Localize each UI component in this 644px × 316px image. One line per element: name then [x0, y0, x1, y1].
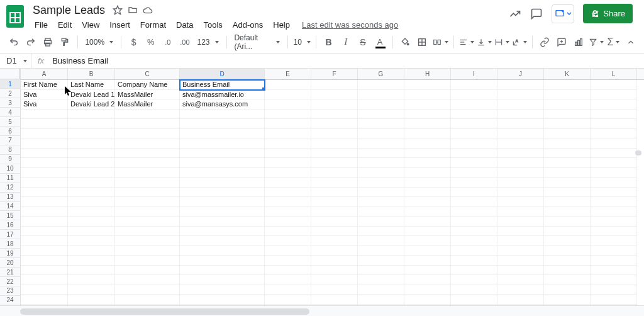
select-all-corner[interactable] [0, 69, 20, 79]
cell-F9[interactable] [311, 158, 358, 168]
col-header-A[interactable]: A [21, 69, 68, 79]
col-header-I[interactable]: I [451, 69, 497, 79]
cell-F16[interactable] [311, 227, 358, 237]
cell-J5[interactable] [497, 119, 544, 129]
cell-C22[interactable] [115, 285, 180, 295]
cell-G2[interactable] [358, 90, 404, 100]
cell-H11[interactable] [404, 178, 451, 188]
col-header-H[interactable]: H [404, 69, 451, 79]
cell-A11[interactable] [21, 178, 68, 188]
cell-L17[interactable] [591, 236, 637, 246]
col-header-F[interactable]: F [311, 69, 358, 79]
cell-L9[interactable] [591, 158, 637, 168]
menu-tools[interactable]: Tools [199, 19, 226, 31]
text-color-icon[interactable]: A [372, 34, 387, 50]
cell-D5[interactable] [180, 119, 265, 129]
cell-A23[interactable] [21, 295, 68, 305]
menu-insert[interactable]: Insert [105, 19, 135, 31]
cell-F12[interactable] [311, 188, 358, 198]
cell-H13[interactable] [404, 197, 451, 207]
cell-I12[interactable] [451, 188, 497, 198]
cell-G17[interactable] [358, 236, 404, 246]
sheets-logo-icon[interactable] [6, 5, 24, 28]
decrease-decimal-icon[interactable]: .0 [160, 34, 175, 50]
cell-D7[interactable] [180, 138, 265, 149]
cell-E21[interactable] [265, 275, 311, 285]
cell-K23[interactable] [544, 295, 591, 305]
cell-L7[interactable] [591, 138, 637, 149]
cell-H16[interactable] [404, 227, 451, 237]
cell-D17[interactable] [180, 236, 265, 246]
cell-F14[interactable] [311, 207, 358, 217]
cell-L22[interactable] [591, 285, 637, 295]
share-button[interactable]: Share [583, 4, 633, 23]
cell-D12[interactable] [180, 188, 265, 198]
row-header-18[interactable]: 18 [0, 239, 20, 249]
cell-H19[interactable] [404, 256, 451, 266]
cell-F3[interactable] [311, 99, 358, 110]
cell-I7[interactable] [451, 138, 497, 149]
cell-J13[interactable] [497, 197, 544, 207]
cell-G14[interactable] [358, 207, 404, 217]
cell-F20[interactable] [311, 266, 358, 276]
italic-icon[interactable]: I [338, 34, 353, 50]
cell-J12[interactable] [497, 188, 544, 198]
cell-B4[interactable] [68, 110, 115, 120]
filter-icon[interactable] [589, 34, 604, 50]
cell-L11[interactable] [591, 178, 637, 188]
menu-help[interactable]: Help [269, 19, 294, 31]
cell-K20[interactable] [544, 266, 591, 276]
cell-C12[interactable] [115, 188, 180, 198]
cell-B17[interactable] [68, 236, 115, 246]
cell-E6[interactable] [265, 129, 311, 139]
cell-D23[interactable] [180, 295, 265, 305]
cell-L18[interactable] [591, 246, 637, 256]
row-header-23[interactable]: 23 [0, 286, 20, 296]
cell-C7[interactable] [115, 138, 180, 149]
cell-C15[interactable] [115, 217, 180, 227]
cell-H21[interactable] [404, 275, 451, 285]
cell-D16[interactable] [180, 227, 265, 237]
cell-A10[interactable] [21, 168, 68, 178]
cell-E20[interactable] [265, 266, 311, 276]
cell-A1[interactable]: First Name [21, 80, 68, 90]
cell-B3[interactable]: Devaki Lead 2 [68, 99, 115, 110]
cell-I15[interactable] [451, 217, 497, 227]
star-icon[interactable] [113, 5, 123, 15]
cell-C14[interactable] [115, 207, 180, 217]
vertical-scrollbar[interactable] [635, 150, 641, 155]
cell-L13[interactable] [591, 197, 637, 207]
cell-I5[interactable] [451, 119, 497, 129]
cell-F22[interactable] [311, 285, 358, 295]
cell-J11[interactable] [497, 178, 544, 188]
col-header-K[interactable]: K [544, 69, 591, 79]
cell-K17[interactable] [544, 236, 591, 246]
cell-L8[interactable] [591, 149, 637, 159]
cell-D1[interactable]: Business Email [180, 80, 265, 90]
cell-K19[interactable] [544, 256, 591, 266]
cell-E3[interactable] [265, 99, 311, 110]
cell-G11[interactable] [358, 178, 404, 188]
cell-E2[interactable] [265, 90, 311, 100]
col-header-J[interactable]: J [497, 69, 544, 79]
col-header-C[interactable]: C [115, 69, 180, 79]
cell-A21[interactable] [21, 275, 68, 285]
cell-C20[interactable] [115, 266, 180, 276]
activity-icon[interactable] [509, 8, 521, 20]
cell-G18[interactable] [358, 246, 404, 256]
cell-B18[interactable] [68, 246, 115, 256]
cell-E4[interactable] [265, 110, 311, 120]
row-header-6[interactable]: 6 [0, 127, 20, 136]
cell-E13[interactable] [265, 197, 311, 207]
cell-I4[interactable] [451, 110, 497, 120]
cell-K4[interactable] [544, 110, 591, 120]
cell-E12[interactable] [265, 188, 311, 198]
cell-E8[interactable] [265, 149, 311, 159]
cell-F15[interactable] [311, 217, 358, 227]
cell-H18[interactable] [404, 246, 451, 256]
formula-input[interactable] [51, 56, 644, 65]
cell-G23[interactable] [358, 295, 404, 305]
cell-A20[interactable] [21, 266, 68, 276]
cell-D8[interactable] [180, 149, 265, 159]
cell-C18[interactable] [115, 246, 180, 256]
